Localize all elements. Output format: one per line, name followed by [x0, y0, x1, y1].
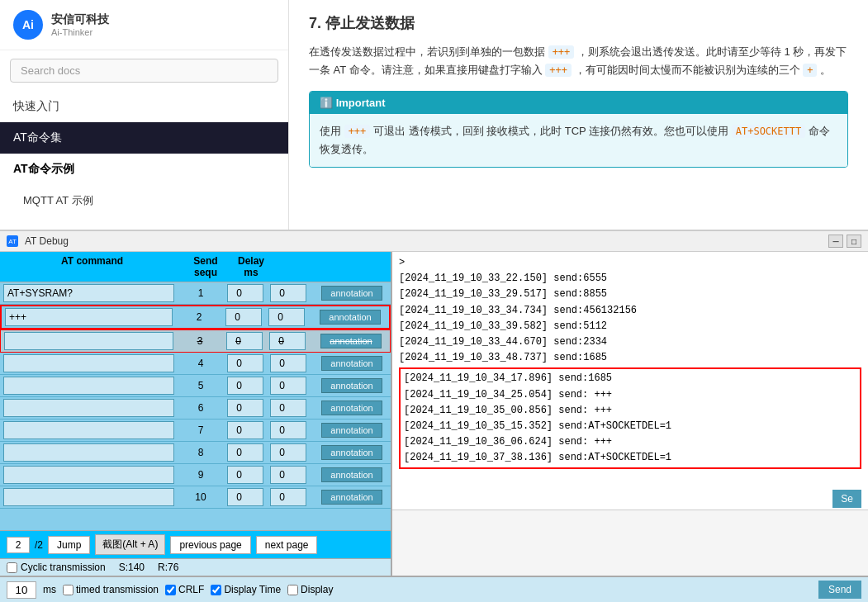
seq-input-7[interactable]: [227, 421, 263, 439]
timed-transmission-label[interactable]: timed transmission: [63, 584, 159, 595]
log-bottom-area: Se: [392, 510, 868, 576]
delay-input-5[interactable]: [270, 377, 306, 395]
log-entry-0: >: [399, 255, 861, 271]
timed-transmission-checkbox[interactable]: [63, 585, 74, 595]
seq-input-3[interactable]: [226, 332, 263, 350]
seq-input-9[interactable]: [227, 466, 263, 484]
seq-input-2[interactable]: [225, 308, 262, 326]
cmd-input-4[interactable]: [3, 354, 174, 372]
display-label[interactable]: Display: [287, 584, 333, 595]
delay-input-9[interactable]: [270, 466, 306, 484]
log-entry-12: [2024_11_19_10_37_38.136] send:AT+SOCKET…: [404, 450, 856, 466]
at-row-10: 10 annotation: [0, 486, 391, 509]
maximize-button[interactable]: □: [847, 235, 861, 248]
row-num-10: 10: [176, 491, 225, 503]
delay-input-1[interactable]: [270, 284, 306, 302]
seq-input-10[interactable]: [227, 488, 263, 506]
inline-code-1: +++: [548, 45, 575, 59]
at-debug-icon: AT: [7, 235, 18, 247]
annotation-btn-7[interactable]: annotation: [321, 423, 382, 438]
at-left-panel: AT command Send sequ Delay ms 1 annotati…: [0, 252, 392, 576]
minimize-button[interactable]: ─: [828, 235, 843, 248]
nav-item-at-commands[interactable]: AT命令集: [0, 122, 288, 154]
important-code-2: AT+SOCKETTT: [732, 125, 805, 138]
annotation-btn-6[interactable]: annotation: [321, 401, 382, 415]
log-entry-9: [2024_11_19_10_35_00.856] send: +++: [404, 403, 856, 419]
cmd-input-7[interactable]: [3, 421, 174, 439]
seq-input-1[interactable]: [227, 284, 263, 302]
send-row-button[interactable]: Se: [832, 490, 861, 508]
delay-input-10[interactable]: [270, 488, 306, 506]
annotation-btn-1[interactable]: annotation: [321, 286, 382, 301]
logo-text: 安信可科技 Ai-Thinker: [51, 12, 109, 37]
row-num-7: 7: [176, 424, 225, 436]
display-time-checkbox[interactable]: [211, 585, 221, 595]
annotation-btn-9[interactable]: annotation: [321, 467, 382, 482]
send-main-button[interactable]: Send: [818, 581, 861, 599]
seq-input-8[interactable]: [227, 443, 263, 462]
cmd-input-6[interactable]: [3, 399, 174, 417]
debug-bottom: ms timed transmission CRLF Display Time …: [0, 576, 868, 602]
delay-input-8[interactable]: [270, 443, 306, 462]
logo-icon: Ai: [13, 10, 43, 40]
cmd-input-10[interactable]: [3, 488, 174, 506]
jump-button[interactable]: Jump: [48, 536, 90, 554]
search-input[interactable]: Search docs: [10, 59, 278, 83]
doc-paragraph: 在透传发送数据过程中，若识别到单独的一包数据 +++ ，则系统会退出透传发送。此…: [309, 43, 848, 79]
crlf-label[interactable]: CRLF: [165, 584, 204, 595]
log-entry-6: [2024_11_19_10_33_48.737] send:1685: [399, 350, 861, 366]
cyclic-checkbox-label[interactable]: Cyclic transmission: [7, 562, 106, 573]
at-table-header: AT command Send sequ Delay ms: [0, 252, 391, 282]
annotation-btn-8[interactable]: annotation: [321, 445, 382, 460]
seq-input-6[interactable]: [227, 399, 263, 417]
cmd-input-9[interactable]: [3, 466, 174, 484]
crlf-text: CRLF: [178, 584, 204, 595]
cmd-input-8[interactable]: [3, 443, 174, 462]
annotation-btn-4[interactable]: annotation: [321, 356, 382, 371]
at-debug-title: AT Debug: [25, 235, 822, 247]
cmd-input-2[interactable]: [5, 308, 173, 326]
important-header: ℹ️ Important: [310, 92, 847, 114]
important-body: 使用 +++ 可退出 透传模式，回到 接收模式，此时 TCP 连接仍然有效。您也…: [310, 114, 847, 167]
display-time-label[interactable]: Display Time: [211, 584, 281, 595]
annotation-btn-2[interactable]: annotation: [320, 310, 381, 325]
delay-input-4[interactable]: [270, 354, 306, 372]
log-area[interactable]: > [2024_11_19_10_33_22.150] send:6555 [2…: [392, 252, 868, 510]
doc-title: 7. 停止发送数据: [309, 13, 848, 33]
nav-item-at-examples[interactable]: AT命令示例: [0, 154, 288, 185]
row-num-6: 6: [176, 402, 225, 414]
delay-input-6[interactable]: [270, 399, 306, 417]
page-input[interactable]: [7, 537, 30, 553]
annotation-btn-5[interactable]: annotation: [321, 378, 382, 393]
annotation-btn-10[interactable]: annotation: [321, 490, 382, 505]
titlebar-controls: ─ □: [828, 235, 861, 248]
prev-page-button[interactable]: previous page: [170, 536, 250, 554]
nav-item-mqtt-example[interactable]: MQTT AT 示例: [0, 185, 288, 216]
cmd-input-5[interactable]: [3, 377, 174, 395]
cmd-input-3[interactable]: [4, 332, 173, 350]
timed-transmission-text: timed transmission: [76, 584, 159, 595]
delay-input-3[interactable]: [269, 332, 306, 350]
display-checkbox[interactable]: [287, 585, 298, 595]
next-page-button[interactable]: next page: [256, 536, 318, 554]
row-num-2: 2: [174, 311, 224, 323]
pagination: /2 Jump 截图(Alt + A) previous page next p…: [0, 530, 391, 558]
nav-item-quick-start[interactable]: 快速入门: [0, 91, 288, 122]
log-entry-5: [2024_11_19_10_33_44.670] send:2334: [399, 334, 861, 350]
screenshot-button[interactable]: 截图(Alt + A): [95, 534, 165, 555]
cyclic-label: Cyclic transmission: [21, 562, 106, 573]
cmd-input-1[interactable]: [3, 284, 174, 302]
seq-input-5[interactable]: [227, 377, 263, 395]
debug-main: AT command Send sequ Delay ms 1 annotati…: [0, 252, 868, 576]
log-entry-10: [2024_11_19_10_35_15.352] send:AT+SOCKET…: [404, 419, 856, 434]
cyclic-checkbox[interactable]: [7, 562, 17, 573]
seq-input-4[interactable]: [227, 354, 263, 372]
delay-input-2[interactable]: [268, 308, 305, 326]
at-right-panel: > [2024_11_19_10_33_22.150] send:6555 [2…: [392, 252, 868, 576]
delay-input-7[interactable]: [270, 421, 306, 439]
ms-value-input[interactable]: [7, 581, 36, 599]
annotation-btn-3[interactable]: annotation: [320, 334, 382, 348]
r-value: R:76: [158, 562, 178, 573]
log-entry-3: [2024_11_19_10_33_34.734] send:456132156: [399, 303, 861, 319]
crlf-checkbox[interactable]: [165, 585, 176, 595]
